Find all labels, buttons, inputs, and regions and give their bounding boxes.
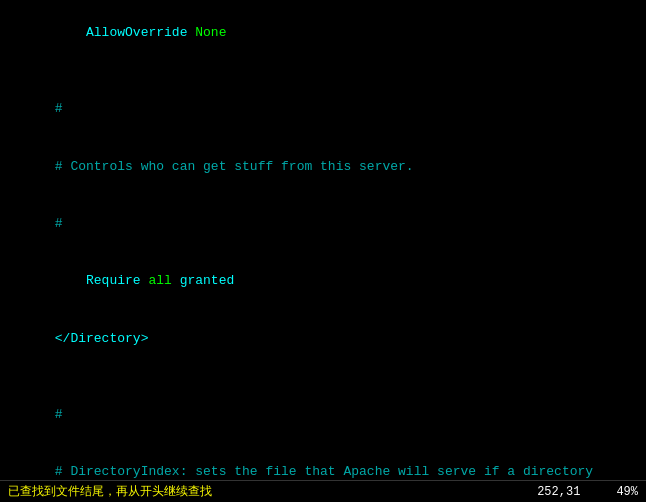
line-5: # [8, 195, 638, 252]
line-7: </Directory> [8, 310, 638, 367]
line-8 [8, 367, 638, 386]
line-10: # DirectoryIndex: sets the file that Apa… [8, 443, 638, 480]
line-6: Require all granted [8, 252, 638, 309]
status-message: 已查找到文件结尾，再从开头继续查找 [8, 483, 212, 500]
editor-window: AllowOverride None # # Controls who can … [0, 0, 646, 502]
status-position: 252,31 49% [537, 485, 638, 499]
cursor-position: 252,31 [537, 485, 580, 499]
scroll-percent: 49% [616, 485, 638, 499]
line-4: # Controls who can get stuff from this s… [8, 138, 638, 195]
line-2 [8, 61, 638, 80]
line-9: # [8, 386, 638, 443]
line-1: AllowOverride None [8, 4, 638, 61]
status-bar: 已查找到文件结尾，再从开头继续查找 252,31 49% [0, 480, 646, 502]
line-3: # [8, 80, 638, 137]
code-area[interactable]: AllowOverride None # # Controls who can … [0, 0, 646, 480]
